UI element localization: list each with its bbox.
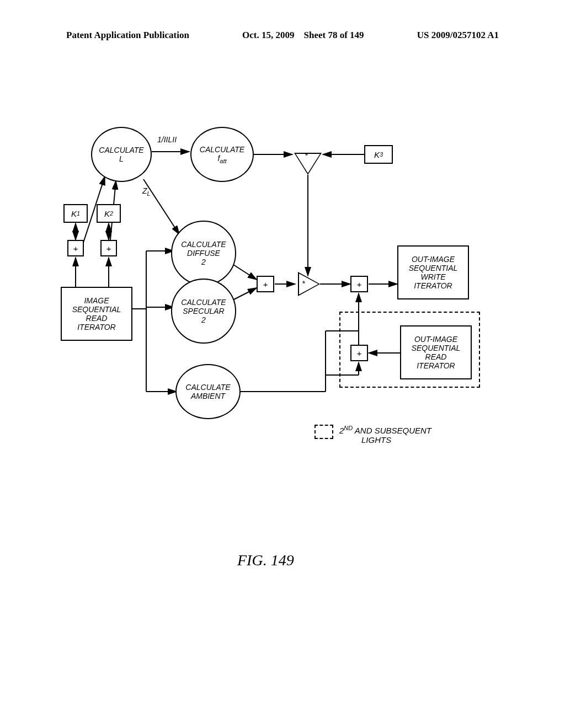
node-mul-main	[298, 272, 320, 296]
edge-label-ZL: ZL	[142, 186, 151, 197]
header: Patent Application Publication Oct. 15, …	[0, 30, 565, 41]
node-read-iterator: IMAGE SEQUENTIAL READ ITERATOR	[61, 287, 132, 341]
figure-label: FIG. 149	[237, 552, 294, 569]
date-sheet: Oct. 15, 2009 Sheet 78 of 149	[242, 30, 364, 41]
mul-label-1: *	[305, 151, 308, 160]
node-plus-out: +	[350, 276, 368, 292]
dashed-group	[339, 312, 480, 388]
node-write-iterator: OUT-IMAGE SEQUENTIAL WRITE ITERATOR	[397, 245, 469, 299]
edge-label-1overL: 1/IILII	[157, 135, 177, 144]
node-calculate-diffuse: CALCULATE DIFFUSE 2	[171, 221, 236, 286]
node-plus-diffspec: +	[257, 276, 274, 292]
node-calculate-ambient: CALCULATE AMBIENT	[175, 364, 241, 419]
legend-text: 2ND AND SUBSEQUENT LIGHTS	[339, 425, 431, 445]
pub-label: Patent Application Publication	[66, 30, 189, 41]
calc-fatt-sym: fatt	[217, 154, 226, 164]
pub-id: US 2009/0257102 A1	[417, 30, 499, 41]
node-calculate-specular: CALCULATE SPECULAR 2	[171, 279, 236, 344]
node-plus-K2: +	[100, 240, 117, 256]
diagram-container: CALCULATE L CALCULATE fatt CALCULATE DIF…	[61, 127, 491, 469]
node-K3: K3	[364, 145, 393, 164]
node-K2: K2	[97, 204, 121, 223]
node-plus-K1: +	[67, 240, 84, 256]
mul-label-2: *	[302, 279, 305, 288]
node-mul-fatt	[294, 153, 322, 175]
node-K1: K1	[63, 204, 88, 223]
legend-box-icon	[315, 425, 333, 439]
calc-fatt-line1: CALCULATE	[200, 145, 244, 154]
svg-line-18	[232, 264, 257, 280]
pub-date: Oct. 15, 2009	[242, 30, 294, 40]
svg-line-19	[232, 288, 257, 301]
node-calculate-L: CALCULATE L	[91, 127, 152, 182]
sheet-count: Sheet 78 of 149	[303, 30, 364, 40]
node-calculate-fatt: CALCULATE fatt	[190, 127, 254, 182]
